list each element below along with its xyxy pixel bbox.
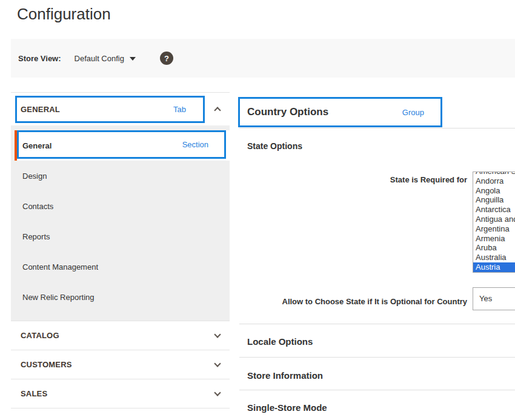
config-nav-sidebar: GENERAL General Design Contacts Reports …: [11, 92, 230, 420]
section-label: New Relic Reporting: [22, 293, 95, 302]
sidebar-tab-sales-label: SALES: [21, 389, 47, 398]
country-option[interactable]: Angola: [473, 186, 515, 196]
chevron-down-icon: [214, 360, 221, 367]
sidebar-section-contacts[interactable]: Contacts: [15, 191, 230, 221]
store-view-switcher[interactable]: Default Config: [75, 54, 136, 63]
group-header-single-store-mode[interactable]: Single-Store Mode: [247, 402, 327, 413]
country-option[interactable]: American Samoa: [473, 172, 515, 176]
section-label: Contacts: [22, 202, 53, 211]
state-required-label: State is Required for: [239, 175, 467, 185]
country-option[interactable]: Australia: [473, 253, 515, 262]
caret-down-icon: [130, 57, 136, 61]
state-options-heading: State Options: [247, 141, 302, 151]
section-label: Content Management: [22, 262, 98, 272]
store-view-bar: Store View: Default Config ?: [11, 39, 515, 78]
chevron-down-icon: [214, 331, 221, 338]
country-option[interactable]: Antigua and Barbuda: [473, 215, 515, 224]
allow-choose-state-select[interactable]: Yes: [473, 287, 515, 310]
sidebar-section-reports[interactable]: Reports: [15, 221, 230, 252]
group-header-store-information[interactable]: Store Information: [247, 370, 323, 381]
configuration-page: Configuration Store View: Default Config…: [0, 0, 515, 420]
allow-choose-state-label: Allow to Choose State if It is Optional …: [239, 297, 467, 307]
state-required-multiselect[interactable]: American Samoa Andorra Angola Anguilla A…: [473, 172, 515, 273]
sidebar-tab-customers-label: CUSTOMERS: [21, 360, 72, 369]
sidebar-section-new-relic-reporting[interactable]: New Relic Reporting: [15, 282, 230, 312]
general-section-list: General Design Contacts Reports Content …: [11, 125, 230, 321]
country-option[interactable]: Antarctica: [473, 205, 515, 215]
country-option-selected[interactable]: Austria: [473, 262, 515, 272]
sidebar-tab-general[interactable]: GENERAL: [11, 92, 230, 125]
sidebar-tab-catalog[interactable]: CATALOG: [11, 321, 230, 350]
group-header-divider: [239, 128, 515, 128]
sidebar-section-general[interactable]: General: [15, 130, 230, 161]
section-divider: [239, 357, 515, 358]
store-view-label: Store View:: [18, 54, 61, 63]
section-divider: [239, 324, 515, 324]
annotation-label-group: Group: [402, 108, 424, 117]
sidebar-tab-catalog-label: CATALOG: [21, 331, 59, 340]
country-option[interactable]: Argentina: [473, 224, 515, 234]
country-option[interactable]: Aruba: [473, 243, 515, 253]
section-label: Reports: [22, 232, 50, 241]
group-header-locale-options[interactable]: Locale Options: [247, 336, 313, 347]
country-option[interactable]: Andorra: [473, 176, 515, 186]
sidebar-tab-customers[interactable]: CUSTOMERS: [11, 350, 230, 379]
store-view-value: Default Config: [75, 54, 124, 63]
sidebar-tab-sales[interactable]: SALES: [11, 379, 230, 408]
chevron-down-icon: [214, 389, 221, 396]
question-mark-icon: ?: [164, 54, 169, 63]
section-label: General: [22, 141, 51, 150]
page-title: Configuration: [17, 5, 111, 24]
country-options-list: American Samoa Andorra Angola Anguilla A…: [473, 172, 515, 272]
chevron-up-icon: [214, 107, 221, 113]
section-divider: [239, 390, 515, 390]
country-option[interactable]: Anguilla: [473, 195, 515, 205]
help-button[interactable]: ?: [160, 52, 173, 65]
section-label: Design: [22, 172, 47, 181]
sidebar-tab-ubertheme[interactable]: UBERTHEME: [11, 408, 230, 420]
sidebar-section-design[interactable]: Design: [15, 161, 230, 191]
sidebar-tab-general-label: GENERAL: [21, 105, 60, 114]
group-header-country-options[interactable]: Country Options: [247, 106, 328, 118]
sidebar-section-content-management[interactable]: Content Management: [15, 252, 230, 282]
country-option[interactable]: Armenia: [473, 234, 515, 244]
